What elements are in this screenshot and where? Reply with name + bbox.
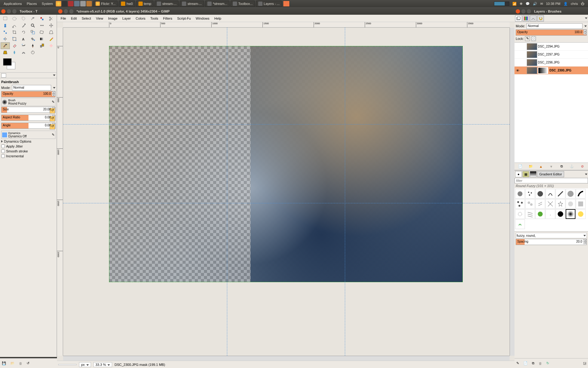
dropdown-icon[interactable] bbox=[53, 87, 55, 89]
size-slider[interactable]: Size 20.00 ▴▾ bbox=[1, 107, 55, 113]
network-icon[interactable]: 📶 bbox=[512, 2, 517, 6]
layer-thumbnail[interactable] bbox=[527, 51, 537, 58]
paths-tool[interactable] bbox=[10, 22, 19, 29]
toolbox-titlebar[interactable]: Toolbox - T bbox=[0, 7, 57, 15]
new-brush-icon[interactable]: 📄 bbox=[523, 361, 528, 365]
blend-tool[interactable] bbox=[37, 36, 47, 42]
menu-tools[interactable]: Tools bbox=[148, 17, 161, 20]
mail-icon[interactable]: ✉ bbox=[540, 2, 543, 6]
align-tool[interactable] bbox=[1, 29, 10, 36]
volume-icon[interactable]: 🔊 bbox=[533, 2, 537, 6]
launcher-icon[interactable] bbox=[68, 1, 74, 6]
launcher-icon[interactable] bbox=[62, 1, 67, 6]
tray-icon[interactable] bbox=[494, 2, 509, 6]
applications-menu[interactable]: Applications bbox=[1, 0, 24, 7]
maximize-icon[interactable] bbox=[12, 9, 17, 13]
chat-icon[interactable]: 💬 bbox=[526, 2, 530, 6]
duplicate-layer-icon[interactable]: ⧉ bbox=[559, 163, 565, 170]
color-picker-tool[interactable] bbox=[19, 22, 28, 29]
by-color-select-tool[interactable] bbox=[37, 15, 47, 22]
blur-tool[interactable] bbox=[10, 49, 19, 56]
menu-scriptfu[interactable]: Script-Fu bbox=[175, 17, 193, 20]
close-icon[interactable] bbox=[516, 9, 520, 13]
brush-item[interactable] bbox=[515, 219, 525, 229]
clock[interactable]: 10:38 PM bbox=[546, 2, 560, 6]
fuzzy-select-tool[interactable] bbox=[28, 15, 37, 22]
perspective-clone-tool[interactable] bbox=[1, 49, 10, 56]
dropdown-icon[interactable] bbox=[584, 25, 587, 27]
launcher-icon[interactable] bbox=[86, 1, 92, 6]
delete-options-icon[interactable]: 🗑 bbox=[19, 362, 22, 365]
lower-layer-icon[interactable]: ▼ bbox=[548, 163, 554, 170]
angle-slider[interactable]: Angle 0.00 ▴▾ bbox=[1, 123, 55, 129]
edit-brush-icon[interactable]: ✎ bbox=[516, 361, 519, 365]
brush-item[interactable] bbox=[545, 189, 555, 199]
menu-file[interactable]: File bbox=[58, 17, 69, 20]
brush-item[interactable] bbox=[515, 189, 525, 199]
layers-tab-icon[interactable] bbox=[515, 15, 522, 21]
brush-item[interactable] bbox=[556, 189, 565, 199]
menu-windows[interactable]: Windows bbox=[193, 17, 212, 20]
launcher-icon[interactable] bbox=[56, 1, 61, 6]
taskbar-item-active[interactable] bbox=[283, 1, 290, 7]
mode-select[interactable]: Normal bbox=[12, 85, 51, 90]
cage-tool[interactable] bbox=[10, 36, 19, 42]
restore-options-icon[interactable]: 📂 bbox=[10, 361, 15, 365]
new-layer-icon[interactable]: 📄 bbox=[517, 163, 523, 170]
menu-edit[interactable]: Edit bbox=[69, 17, 79, 20]
guide-horizontal[interactable] bbox=[63, 203, 510, 203]
user-icon[interactable]: 👤 bbox=[564, 2, 568, 6]
unit-select[interactable]: px bbox=[79, 362, 91, 367]
menu-dropdown-icon[interactable] bbox=[585, 174, 587, 175]
ellipse-select-tool[interactable] bbox=[10, 15, 19, 22]
menu-dropdown-icon[interactable] bbox=[53, 75, 55, 76]
clone-tool[interactable] bbox=[37, 42, 47, 49]
dynamics-icon[interactable] bbox=[2, 132, 7, 137]
brush-item[interactable] bbox=[535, 199, 545, 209]
flip-tool[interactable] bbox=[1, 36, 10, 42]
brushes-tab-icon[interactable]: ● bbox=[515, 171, 522, 177]
layer-thumbnail[interactable] bbox=[527, 59, 537, 66]
taskbar-item[interactable]: Flickr: Y... bbox=[93, 1, 118, 7]
brush-item[interactable] bbox=[566, 189, 575, 199]
layer-mask-thumbnail[interactable] bbox=[538, 67, 548, 74]
menu-help[interactable]: Help bbox=[212, 17, 224, 20]
scale-tool[interactable] bbox=[28, 29, 37, 36]
crop-tool[interactable] bbox=[10, 29, 19, 36]
brush-item[interactable] bbox=[535, 209, 545, 219]
paths-tab-icon[interactable] bbox=[530, 15, 537, 21]
guide-horizontal[interactable] bbox=[63, 124, 510, 125]
move-tool[interactable] bbox=[47, 22, 56, 29]
power-icon[interactable]: ⏻ bbox=[581, 2, 584, 6]
maximize-icon[interactable] bbox=[527, 9, 531, 13]
brush-item[interactable] bbox=[535, 189, 545, 199]
layer-row[interactable]: DSC_2294.JPG bbox=[514, 43, 588, 51]
maximize-icon[interactable] bbox=[69, 9, 74, 13]
pencil-tool[interactable] bbox=[47, 36, 56, 42]
undo-tab-icon[interactable] bbox=[537, 15, 544, 21]
duplicate-brush-icon[interactable]: ⧉ bbox=[532, 361, 534, 365]
perspective-tool[interactable] bbox=[47, 29, 56, 36]
dynamics-edit-icon[interactable]: ✎ bbox=[52, 133, 55, 137]
horizontal-ruler[interactable]: 0 500 1000 1500 2000 2500 3000 3500 bbox=[63, 22, 510, 28]
launcher-icon[interactable] bbox=[80, 1, 86, 6]
taskbar-item[interactable]: Layers - ... bbox=[256, 1, 282, 7]
brush-tags[interactable]: fuzzy, round, bbox=[517, 234, 582, 237]
aspect-ratio-slider[interactable]: Aspect Ratio 0.00 ▴▾ bbox=[1, 115, 55, 121]
dodge-burn-tool[interactable] bbox=[28, 49, 37, 56]
brush-item[interactable] bbox=[556, 199, 565, 209]
brush-item[interactable] bbox=[525, 209, 535, 219]
brush-item[interactable] bbox=[515, 209, 525, 219]
brush-item-selected[interactable] bbox=[566, 209, 575, 219]
foreground-select-tool[interactable] bbox=[1, 22, 10, 29]
smooth-stroke-checkbox[interactable]: Smooth stroke bbox=[1, 149, 55, 153]
lock-alpha-icon[interactable] bbox=[531, 36, 536, 41]
paintbrush-tool[interactable] bbox=[1, 42, 10, 49]
guide-vertical[interactable] bbox=[227, 28, 227, 356]
brush-preview-icon[interactable] bbox=[2, 100, 7, 105]
menu-filters[interactable]: Filters bbox=[161, 17, 175, 20]
taskbar-item[interactable]: temp bbox=[136, 1, 153, 7]
brush-item[interactable] bbox=[525, 199, 535, 209]
dynamics-options-expander[interactable]: Dynamics Options bbox=[1, 140, 55, 143]
brush-item[interactable] bbox=[515, 199, 525, 209]
